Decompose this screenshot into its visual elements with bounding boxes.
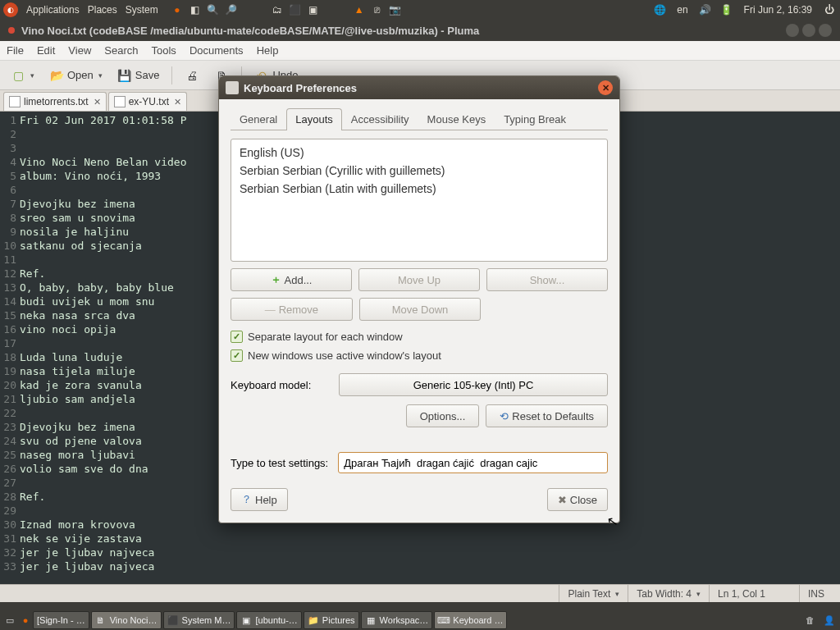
spacer [324, 2, 349, 17]
keyboard-indicator[interactable]: en [673, 4, 691, 16]
keyboard-model-label: Keyboard model: [231, 379, 331, 391]
layouts-list[interactable]: English (US) Serbian Serbian (Cyrillic w… [231, 139, 608, 262]
tab-layouts[interactable]: Layouts [286, 108, 342, 130]
launcher-icon[interactable]: ◧ [188, 2, 203, 17]
task-keyboard[interactable]: ⌨Keyboard … [434, 611, 507, 629]
checkbox-label: Separate layout for each window [248, 331, 403, 343]
terminal-icon: ▣ [240, 614, 252, 626]
move-down-button[interactable]: Move Down [359, 298, 482, 321]
menu-help[interactable]: Help [257, 44, 279, 57]
battery-icon[interactable]: 🔋 [719, 2, 734, 17]
clock[interactable]: Fri Jun 2, 16:39 [741, 4, 815, 16]
dialog-title-text: Keyboard Preferences [244, 82, 357, 94]
tab-typing-break[interactable]: Typing Break [495, 108, 575, 130]
top-panel: ◐ Applications Places System ● ◧ 🔍 🔎 🗂 ⬛… [0, 0, 840, 20]
close-window-button[interactable] [819, 24, 832, 37]
task-pictures[interactable]: 📁Pictures [304, 611, 359, 629]
app-indicator-icon [8, 27, 15, 34]
tab-general[interactable]: General [231, 108, 286, 130]
workspace-icon: ▦ [365, 614, 377, 626]
type-to-test-label: Type to test settings: [231, 457, 328, 469]
pluma-icon: 🗎 [95, 614, 107, 626]
keyboard-icon [226, 81, 239, 94]
document-icon [114, 96, 126, 107]
new-document-button[interactable]: ▢▾ [5, 64, 40, 87]
vlc-icon[interactable]: ▲ [352, 2, 367, 17]
status-bar: Plain Text▾ Tab Width: 4▾ Ln 1, Col 1 IN… [0, 584, 840, 602]
close-button[interactable]: ✖Close [547, 488, 608, 511]
list-item[interactable]: English (US) [240, 144, 599, 162]
close-tab-icon[interactable]: ✕ [94, 97, 101, 107]
minimize-button[interactable] [786, 24, 799, 37]
screenshot-icon[interactable]: ⎚ [370, 2, 385, 17]
bottom-panel: ▭ ● [Sign-In - … 🗎Vino Noci… ⬛System M… … [0, 610, 840, 630]
open-button[interactable]: 📂Open▾ [43, 64, 108, 87]
task-ubuntu[interactable]: ▣[ubuntu-… [236, 611, 301, 629]
dialog-tabs: General Layouts Accessibility Mouse Keys… [231, 107, 608, 130]
options-button[interactable]: Options... [406, 404, 480, 427]
document-icon [9, 96, 21, 107]
shutdown-icon[interactable]: ⏻ [822, 2, 837, 17]
menu-tools[interactable]: Tools [152, 44, 176, 57]
menu-search[interactable]: Search [104, 44, 138, 57]
print-button[interactable]: 🖨 [179, 64, 205, 87]
panel-menu-applications[interactable]: Applications [26, 4, 80, 16]
menu-edit[interactable]: Edit [37, 44, 55, 57]
remove-button[interactable]: —Remove [231, 298, 353, 321]
checkbox-label: New windows use active window's layout [248, 349, 441, 362]
camera-icon[interactable]: 📷 [388, 2, 403, 17]
firefox-task-icon[interactable]: ● [20, 614, 31, 626]
search-magnifier-icon[interactable]: 🔍 [206, 2, 221, 17]
checkbox-new-windows[interactable]: ✓ [231, 349, 243, 362]
tab-mouse-keys[interactable]: Mouse Keys [418, 108, 495, 130]
file-manager-icon[interactable]: 🗂 [270, 2, 285, 17]
keyboard-model-button[interactable]: Generic 105-key (Intl) PC [339, 373, 608, 396]
trash-icon[interactable]: 🗑 [801, 614, 819, 626]
show-desktop-icon[interactable]: ▭ [2, 614, 18, 626]
sound-icon[interactable]: 🔊 [698, 2, 713, 17]
folder-icon: 📁 [308, 614, 319, 626]
task-workspace[interactable]: ▦Workspac… [361, 611, 433, 629]
pluma-window-title: Vino Noci.txt (codeBASE /media/ubuntu-ma… [0, 20, 840, 41]
checkbox-separate-layout[interactable]: ✓ [231, 331, 243, 343]
tab-limetorrents[interactable]: limetorrents.txt✕ [3, 92, 107, 111]
maximize-button[interactable] [802, 24, 815, 37]
save-button[interactable]: 💾Save [112, 64, 166, 87]
dialog-titlebar[interactable]: Keyboard Preferences ✕ [219, 76, 619, 99]
line-numbers: 1 2 3 4 5 6 7 8 9 10 11 12 13 14 15 16 1… [0, 112, 20, 584]
task-vino-noci[interactable]: 🗎Vino Noci… [91, 611, 162, 629]
terminal-icon[interactable]: ▣ [306, 2, 321, 17]
dialog-close-icon[interactable]: ✕ [598, 80, 613, 95]
distro-logo-icon[interactable]: ◐ [3, 2, 18, 17]
status-insert-mode[interactable]: INS [799, 585, 840, 602]
reset-defaults-button[interactable]: ⟲Reset to Defaults [486, 404, 608, 427]
move-up-button[interactable]: Move Up [358, 268, 480, 291]
tab-ex-yu[interactable]: ex-YU.txt✕ [108, 92, 187, 111]
window-title-text: Vino Noci.txt (codeBASE /media/ubuntu-ma… [21, 25, 479, 37]
pluma-menubar: File Edit View Search Tools Documents He… [0, 41, 840, 61]
tab-accessibility[interactable]: Accessibility [342, 108, 418, 130]
menu-file[interactable]: File [7, 44, 24, 57]
status-tab-width[interactable]: Tab Width: 4▾ [628, 585, 709, 602]
user-icon[interactable]: 👤 [820, 614, 838, 626]
keyboard-preferences-dialog: Keyboard Preferences ✕ General Layouts A… [218, 75, 620, 523]
add-button[interactable]: ＋Add... [231, 268, 352, 291]
system-monitor-icon[interactable]: ⬛ [288, 2, 303, 17]
task-signin[interactable]: [Sign-In - … [33, 611, 89, 629]
show-button[interactable]: Show... [486, 268, 608, 291]
system-monitor-icon: ⬛ [167, 614, 179, 626]
menu-view[interactable]: View [68, 44, 91, 57]
menu-documents[interactable]: Documents [189, 44, 244, 57]
list-item[interactable]: Serbian Serbian (Cyrillic with guillemet… [240, 162, 599, 180]
close-tab-icon[interactable]: ✕ [174, 97, 181, 107]
globe-icon[interactable]: 🌐 [652, 2, 667, 17]
dictionary-icon[interactable]: 🔎 [224, 2, 239, 17]
panel-menu-places[interactable]: Places [88, 4, 117, 16]
type-to-test-input[interactable] [338, 452, 608, 473]
task-system-monitor[interactable]: ⬛System M… [163, 611, 235, 629]
help-button[interactable]: ？Help [231, 488, 288, 511]
status-syntax[interactable]: Plain Text▾ [559, 585, 628, 602]
panel-menu-system[interactable]: System [126, 4, 158, 16]
list-item[interactable]: Serbian Serbian (Latin with guillemets) [240, 180, 599, 198]
firefox-icon[interactable]: ● [170, 2, 185, 17]
